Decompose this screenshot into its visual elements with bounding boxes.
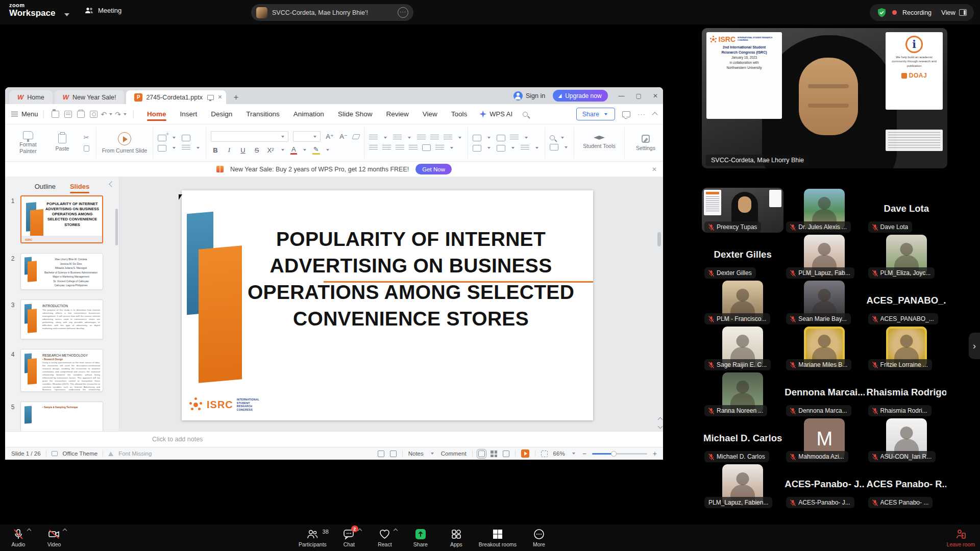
participant-tile[interactable]: PLM - Francisco... <box>702 280 783 325</box>
outline-color-icon[interactable] <box>521 145 529 151</box>
slide-thumbnail-3[interactable]: INTRODUCTION The purpose of this study i… <box>20 299 103 339</box>
clear-format-icon[interactable] <box>352 134 360 139</box>
cut-icon[interactable]: ✂ <box>81 133 91 141</box>
distribute-icon[interactable] <box>422 144 431 151</box>
from-current-slide-button[interactable]: From Current Slide <box>101 132 148 154</box>
undo-icon[interactable]: ↶ <box>101 110 107 118</box>
audio-options-caret-icon[interactable] <box>27 529 31 533</box>
slide-sorter-icon[interactable] <box>491 450 497 457</box>
panel-scrollbar[interactable] <box>115 209 118 245</box>
zoom-out-button[interactable]: − <box>582 449 586 458</box>
font-name-select[interactable] <box>211 131 288 142</box>
tab-ribbon-home[interactable]: Home <box>147 105 166 123</box>
next-slide-icon[interactable] <box>658 424 663 429</box>
tab-ribbon-view[interactable]: View <box>423 105 437 123</box>
get-now-button[interactable]: Get Now <box>415 164 452 174</box>
highlight-color-button[interactable]: ✎ <box>312 145 320 155</box>
participant-tile[interactable]: M Mahmooda Azi... <box>783 417 865 463</box>
student-tools-button[interactable]: Student Tools <box>579 137 620 149</box>
meeting-more-icon[interactable]: ··· <box>398 7 408 18</box>
increase-indent-icon[interactable] <box>430 135 439 141</box>
tab-slides[interactable]: Slides <box>70 179 89 194</box>
menu-button[interactable]: Menu <box>11 110 38 118</box>
audio-button[interactable]: Audio <box>5 524 32 551</box>
zoom-slider[interactable] <box>592 453 647 455</box>
close-tab-icon[interactable]: ✕ <box>217 94 222 101</box>
comment-icon[interactable] <box>622 111 630 117</box>
superscript-button[interactable]: X² <box>266 146 275 154</box>
wps-tab-document[interactable]: P 2745-Cordeta1.pptx ✕ <box>126 90 226 104</box>
zoom-level[interactable]: 66% <box>553 450 565 457</box>
participant-tile[interactable]: PLM_Lapuz, Fab... <box>783 234 865 280</box>
settings-button[interactable]: Settings <box>629 135 662 152</box>
tab-outline[interactable]: Outline <box>35 179 56 194</box>
minimize-button[interactable]: — <box>619 92 625 99</box>
participant-tile[interactable]: ACES_PANABO_... ACES_PANABO_... <box>866 280 947 325</box>
react-button[interactable]: React <box>372 524 398 551</box>
participant-tile[interactable]: Michael D. Carlos Michael D. Carlos <box>702 417 783 463</box>
font-color-button[interactable]: A <box>290 145 297 155</box>
tab-ribbon-insert[interactable]: Insert <box>180 105 198 123</box>
print-icon[interactable] <box>77 111 85 118</box>
close-window-button[interactable]: ✕ <box>653 92 658 99</box>
character-spacing-icon[interactable] <box>444 135 452 141</box>
layout-icon[interactable] <box>182 135 190 141</box>
reset-slide-icon[interactable] <box>158 145 166 152</box>
tab-ribbon-design[interactable]: Design <box>211 105 232 123</box>
print-preview-icon[interactable] <box>90 111 97 118</box>
align-center-icon[interactable] <box>382 145 391 151</box>
bold-button[interactable]: B <box>211 146 220 154</box>
zoom-slider-knob[interactable] <box>611 451 617 457</box>
participant-tile[interactable]: Preexcy Tupas <box>702 188 783 234</box>
participant-tile[interactable]: PLM_Lapuz, Fabien... <box>702 463 783 509</box>
participant-tile[interactable]: Sage Raijin E. C... <box>702 325 783 371</box>
participant-tile[interactable]: Dr. Jules Alexis ... <box>783 188 865 234</box>
line-spacing-icon[interactable] <box>435 145 444 151</box>
collapse-panel-icon[interactable] <box>109 181 114 187</box>
meeting-title-pill[interactable]: SVCC-Cordeta, Mae Lhorry Bhie'! ··· <box>251 4 413 21</box>
notes-bar[interactable]: Click to add notes <box>5 431 663 447</box>
workspace-chevron-down-icon[interactable] <box>64 13 69 16</box>
participant-tile[interactable]: Sean Marie Bay... <box>783 280 865 325</box>
participant-tile[interactable]: Rhaismia Rodrigo Rhaismia Rodri... <box>866 371 947 417</box>
tab-ribbon-tools[interactable]: Tools <box>451 105 468 123</box>
more-options-icon[interactable]: ··· <box>638 110 646 118</box>
slide-thumbnail-1[interactable]: POPULARITY OF INTERNET ADVERTISING ON BU… <box>20 195 103 243</box>
handout-icon[interactable] <box>390 450 397 457</box>
react-options-caret-icon[interactable] <box>394 529 398 533</box>
open-file-icon[interactable] <box>52 111 59 118</box>
wps-tab-sale[interactable]: W New Year Sale! <box>55 90 125 104</box>
shapes-icon[interactable] <box>473 135 481 141</box>
comment-toggle[interactable]: Comment <box>441 450 467 457</box>
bullets-icon[interactable] <box>369 135 378 141</box>
participant-tile[interactable]: Dexter Gilles Dexter Gilles <box>702 234 783 280</box>
select-icon[interactable] <box>550 144 558 151</box>
slide-thumbnail-5[interactable]: • Sample & Sampling Technique <box>20 402 103 431</box>
tab-ribbon-review[interactable]: Review <box>386 105 408 123</box>
maximize-button[interactable]: ▢ <box>636 92 642 99</box>
save-icon[interactable] <box>64 111 72 118</box>
font-size-select[interactable] <box>293 131 321 142</box>
find-icon[interactable] <box>550 135 555 140</box>
align-right-icon[interactable] <box>396 145 404 151</box>
participant-tile[interactable]: Dave Lota Dave Lota <box>866 188 947 234</box>
collapse-ribbon-icon[interactable] <box>652 112 657 117</box>
tab-ribbon-slideshow[interactable]: Slide Show <box>338 105 373 123</box>
theme-name[interactable]: Office Theme <box>63 450 98 457</box>
participants-button[interactable]: 38 Participants <box>299 524 327 551</box>
main-speaker-video[interactable]: ISRC INTERNATIONAL STUDENT RESEARCH CONG… <box>702 28 947 168</box>
justify-icon[interactable] <box>409 145 418 151</box>
redo-icon[interactable]: ↷ <box>115 110 121 118</box>
italic-button[interactable]: I <box>225 146 234 154</box>
new-slide-icon[interactable] <box>158 135 166 141</box>
decrease-font-icon[interactable]: A⁻ <box>339 133 348 140</box>
slide-thumbnail-4[interactable]: RESEARCH METHODOLOGY • Research Design U… <box>20 349 103 392</box>
increase-font-icon[interactable]: A⁺ <box>325 133 334 140</box>
participant-tile[interactable]: Ranna Noreen ... <box>702 371 783 417</box>
chat-options-caret-icon[interactable] <box>358 529 362 533</box>
numbering-icon[interactable] <box>393 135 402 141</box>
notes-toggle[interactable]: Notes <box>408 450 424 457</box>
reading-view-icon[interactable] <box>503 450 509 457</box>
align-left-icon[interactable] <box>369 145 378 151</box>
share-screen-button[interactable]: Share <box>407 524 434 551</box>
